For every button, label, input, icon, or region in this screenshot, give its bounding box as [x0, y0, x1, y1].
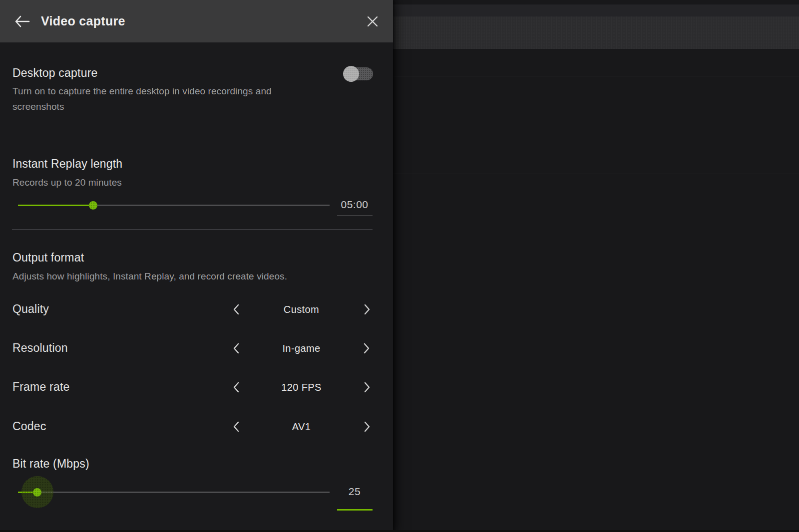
output-format-description: Adjusts how highlights, Instant Replay, …: [12, 268, 287, 284]
desktop-capture-description: Turn on to capture the entire desktop in…: [12, 83, 322, 114]
quality-value: Custom: [284, 304, 319, 315]
frame-rate-label: Frame rate: [12, 380, 69, 394]
instant-replay-value-input[interactable]: 05:00: [337, 199, 373, 211]
resolution-selector: In-game: [227, 337, 376, 359]
divider: [12, 135, 373, 135]
frame-rate-selector: 120 FPS: [227, 376, 376, 398]
divider: [12, 229, 373, 230]
chevron-right-icon: [364, 382, 371, 393]
desktop-capture-toggle[interactable]: [345, 67, 373, 81]
desktop-capture-title: Desktop capture: [12, 66, 97, 80]
instant-replay-slider[interactable]: [18, 201, 330, 210]
instant-replay-description: Records up to 20 minutes: [12, 175, 122, 190]
codec-selector: AV1: [227, 416, 376, 438]
frame-rate-value: 120 FPS: [281, 382, 322, 393]
back-button[interactable]: [14, 15, 30, 28]
arrow-left-icon: [14, 15, 30, 28]
quality-next-button[interactable]: [359, 298, 376, 320]
quality-label: Quality: [12, 302, 49, 316]
quality-selector: Custom: [227, 298, 376, 320]
background-app-area: [393, 0, 799, 532]
frame-rate-row: Frame rate 120 FPS: [12, 376, 381, 398]
bit-rate-value-underline: [337, 509, 373, 511]
frame-rate-prev-button[interactable]: [227, 376, 244, 398]
bottom-edge-strip: [0, 530, 799, 532]
screen: Video capture Desktop capture Turn on to…: [0, 0, 799, 532]
resolution-prev-button[interactable]: [227, 337, 244, 359]
codec-next-button[interactable]: [359, 416, 376, 438]
codec-label: Codec: [12, 420, 46, 433]
slider-knob[interactable]: [89, 201, 97, 210]
instant-replay-value-underline: [337, 216, 373, 216]
slider-knob[interactable]: [33, 488, 41, 497]
codec-row: Codec AV1: [12, 416, 381, 438]
close-button[interactable]: [366, 15, 379, 28]
chevron-left-icon: [233, 421, 239, 432]
quality-row: Quality Custom: [12, 298, 381, 320]
background-divider: [393, 174, 799, 174]
chevron-right-icon: [364, 421, 371, 432]
resolution-next-button[interactable]: [359, 337, 376, 359]
resolution-label: Resolution: [12, 341, 68, 355]
codec-value: AV1: [292, 421, 311, 433]
panel-header: Video capture: [0, 0, 393, 42]
frame-rate-next-button[interactable]: [359, 376, 376, 398]
page-title: Video capture: [41, 14, 366, 28]
bit-rate-slider[interactable]: [18, 488, 330, 497]
toggle-knob: [343, 66, 359, 82]
close-icon: [366, 15, 379, 28]
background-divider: [393, 76, 799, 76]
resolution-row: Resolution In-game: [12, 337, 381, 359]
chevron-left-icon: [233, 382, 239, 393]
background-row-highlight: [393, 16, 799, 49]
chevron-left-icon: [233, 343, 239, 354]
codec-prev-button[interactable]: [227, 416, 244, 438]
output-format-title: Output format: [12, 251, 84, 265]
bit-rate-value-input[interactable]: 25: [337, 486, 373, 498]
slider-track: [18, 492, 330, 493]
chevron-left-icon: [233, 304, 239, 315]
bit-rate-label: Bit rate (Mbps): [12, 457, 89, 471]
resolution-value: In-game: [282, 343, 320, 354]
chevron-right-icon: [364, 304, 371, 315]
slider-fill: [18, 205, 93, 206]
quality-prev-button[interactable]: [227, 298, 244, 320]
background-top-band: [393, 4, 799, 16]
chevron-right-icon: [364, 343, 370, 354]
video-capture-panel: Video capture Desktop capture Turn on to…: [0, 0, 393, 532]
instant-replay-title: Instant Replay length: [12, 157, 122, 171]
